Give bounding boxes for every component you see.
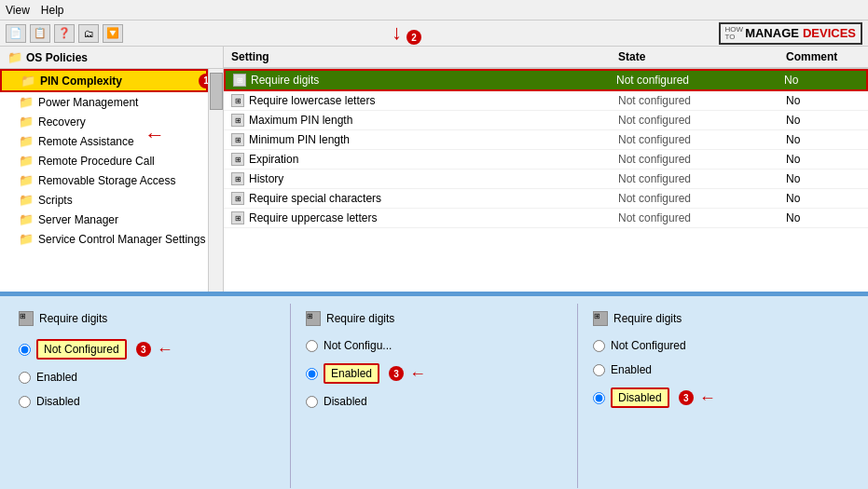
nav-item-scm[interactable]: 📁 Service Control Manager Settings bbox=[0, 229, 208, 249]
setting-label-expiration: Expiration bbox=[249, 153, 298, 166]
annotation-badge-3b: 3 bbox=[389, 366, 404, 381]
setting-row-special-chars[interactable]: ⊞ Require special characters Not configu… bbox=[224, 189, 868, 209]
config-box-3-title-label: Require digits bbox=[613, 312, 682, 325]
radio-1-enabled-input[interactable] bbox=[19, 372, 31, 384]
toolbar-btn-filter[interactable]: 🔽 bbox=[103, 24, 123, 43]
radio-1-disabled-label: Disabled bbox=[36, 395, 80, 408]
toolbar-btn-open[interactable]: 📋 bbox=[30, 24, 50, 43]
remote-assist-folder-icon: 📁 bbox=[19, 134, 34, 148]
radio-option-3-disabled[interactable]: Disabled 3 ← bbox=[593, 386, 849, 410]
setting-row-expiration[interactable]: ⊞ Expiration Not configured No bbox=[224, 150, 868, 170]
setting-label-max-pin: Maximum PIN length bbox=[249, 114, 352, 127]
logo-manage: MANAGE bbox=[745, 26, 799, 40]
config-box-3-icon: ⊞ bbox=[593, 311, 608, 326]
setting-name-special-chars: ⊞ Require special characters bbox=[231, 192, 618, 205]
setting-icon-lowercase: ⊞ bbox=[231, 94, 244, 107]
setting-icon-special-chars: ⊞ bbox=[231, 192, 244, 205]
comment-expiration: No bbox=[786, 153, 861, 166]
setting-label-lowercase: Require lowercase letters bbox=[249, 94, 375, 107]
radio-3-disabled-input[interactable] bbox=[593, 392, 605, 404]
setting-row-max-pin[interactable]: ⊞ Maximum PIN length Not configured No bbox=[224, 111, 868, 130]
radio-2-enabled-label: Enabled bbox=[324, 363, 379, 384]
menu-bar: View Help bbox=[0, 0, 868, 20]
setting-name-uppercase: ⊞ Require uppercase letters bbox=[231, 211, 618, 224]
radio-option-3-not-configured[interactable]: Not Configured bbox=[593, 337, 849, 354]
col-header-state: State bbox=[618, 50, 786, 63]
nav-item-pin-complexity[interactable]: 📁 PIN Complexity 1 bbox=[0, 69, 208, 92]
toolbar-btn-folder[interactable]: 🗂 bbox=[78, 24, 99, 43]
recovery-folder-icon: 📁 bbox=[19, 115, 34, 129]
radio-option-2-enabled[interactable]: Enabled 3 ← bbox=[306, 361, 562, 386]
toolbar-btn-new[interactable]: 📄 bbox=[6, 24, 26, 43]
server-mgr-folder-icon: 📁 bbox=[19, 212, 34, 226]
setting-label-uppercase: Require uppercase letters bbox=[249, 211, 377, 224]
nav-item-label-rpc: Remote Procedure Call bbox=[38, 155, 155, 168]
config-box-1: ⊞ Require digits Not Configured 3 ← Enab… bbox=[7, 304, 286, 488]
col-header-setting: Setting bbox=[231, 50, 618, 63]
radio-1-disabled-input[interactable] bbox=[19, 396, 31, 408]
comment-max-pin: No bbox=[786, 114, 861, 127]
radio-option-2-not-configured[interactable]: Not Configu... bbox=[306, 337, 562, 354]
config-box-2-title-label: Require digits bbox=[326, 312, 394, 325]
setting-label-require-digits: Require digits bbox=[251, 74, 319, 87]
setting-icon-history: ⊞ bbox=[231, 172, 244, 185]
setting-row-min-pin[interactable]: ⊞ Minimum PIN length Not configured No bbox=[224, 130, 868, 150]
setting-icon-max-pin: ⊞ bbox=[231, 114, 244, 127]
setting-row-uppercase[interactable]: ⊞ Require uppercase letters Not configur… bbox=[224, 209, 868, 228]
radio-option-1-disabled[interactable]: Disabled bbox=[19, 393, 275, 410]
radio-1-not-configured-input[interactable] bbox=[19, 344, 31, 356]
rpc-folder-icon: 📁 bbox=[19, 154, 34, 168]
setting-label-history: History bbox=[249, 172, 283, 185]
radio-1-enabled-label: Enabled bbox=[36, 371, 77, 384]
radio-2-not-configured-input[interactable] bbox=[306, 340, 318, 352]
radio-3-enabled-input[interactable] bbox=[593, 364, 605, 376]
comment-history: No bbox=[786, 172, 861, 185]
radio-2-not-configured-label: Not Configu... bbox=[324, 339, 392, 352]
toolbar-btn-help[interactable]: ❓ bbox=[54, 24, 75, 43]
nav-item-scripts[interactable]: 📁 Scripts bbox=[0, 190, 208, 210]
setting-icon-min-pin: ⊞ bbox=[231, 133, 244, 146]
left-nav-panel: 📁 OS Policies 📁 PIN Complexity 1 📁 Power… bbox=[0, 47, 224, 292]
annotation-badge-1: 1 bbox=[199, 74, 208, 88]
comment-min-pin: No bbox=[786, 133, 861, 146]
setting-row-history[interactable]: ⊞ History Not configured No bbox=[224, 170, 868, 189]
state-uppercase: Not configured bbox=[618, 211, 786, 224]
radio-option-3-enabled[interactable]: Enabled bbox=[593, 361, 849, 378]
nav-item-power-management[interactable]: 📁 Power Management bbox=[0, 92, 208, 112]
nav-scrollbar[interactable] bbox=[208, 69, 223, 292]
radio-2-disabled-input[interactable] bbox=[306, 396, 318, 408]
nav-item-rpc[interactable]: 📁 Remote Procedure Call bbox=[0, 151, 208, 170]
nav-item-label-scripts: Scripts bbox=[38, 194, 73, 207]
radio-option-1-not-configured[interactable]: Not Configured 3 ← bbox=[19, 337, 275, 361]
nav-item-label-recovery: Recovery bbox=[38, 115, 86, 129]
state-special-chars: Not configured bbox=[618, 192, 786, 205]
nav-item-server-manager[interactable]: 📁 Server Manager bbox=[0, 210, 208, 229]
arrow-left-pin: ← bbox=[145, 123, 165, 147]
setting-name-history: ⊞ History bbox=[231, 172, 618, 185]
annotation-badge-3a: 3 bbox=[136, 342, 151, 357]
nav-item-recovery[interactable]: 📁 Recovery bbox=[0, 112, 208, 131]
radio-option-2-disabled[interactable]: Disabled bbox=[306, 393, 562, 410]
radio-3-not-configured-input[interactable] bbox=[593, 340, 605, 352]
arrow-left-3c: ← bbox=[699, 388, 716, 408]
setting-row-require-digits[interactable]: ⊞ Require digits Not configured No bbox=[224, 69, 868, 91]
config-box-3: ⊞ Require digits Not Configured Enabled … bbox=[582, 304, 861, 488]
comment-special-chars: No bbox=[786, 192, 861, 205]
radio-2-enabled-input[interactable] bbox=[306, 368, 318, 380]
radio-option-1-enabled[interactable]: Enabled bbox=[19, 369, 275, 386]
nav-item-label-power: Power Management bbox=[38, 96, 138, 109]
state-expiration: Not configured bbox=[618, 153, 786, 166]
pin-complexity-folder-icon: 📁 bbox=[21, 74, 35, 88]
setting-row-lowercase[interactable]: ⊞ Require lowercase letters Not configur… bbox=[224, 91, 868, 111]
arrow-down-require-digits: ↓ bbox=[392, 20, 402, 45]
setting-name-max-pin: ⊞ Maximum PIN length bbox=[231, 114, 618, 127]
setting-label-special-chars: Require special characters bbox=[249, 192, 381, 205]
menu-help[interactable]: Help bbox=[41, 4, 64, 17]
nav-item-label-removable: Removable Storage Access bbox=[38, 174, 175, 187]
menu-view[interactable]: View bbox=[6, 4, 30, 17]
nav-item-removable-storage[interactable]: 📁 Removable Storage Access bbox=[0, 170, 208, 190]
scrollbar-thumb[interactable] bbox=[210, 73, 223, 110]
nav-item-remote-assistance[interactable]: 📁 Remote Assistance bbox=[0, 131, 208, 151]
comment-lowercase: No bbox=[786, 94, 861, 107]
state-min-pin: Not configured bbox=[618, 133, 786, 146]
